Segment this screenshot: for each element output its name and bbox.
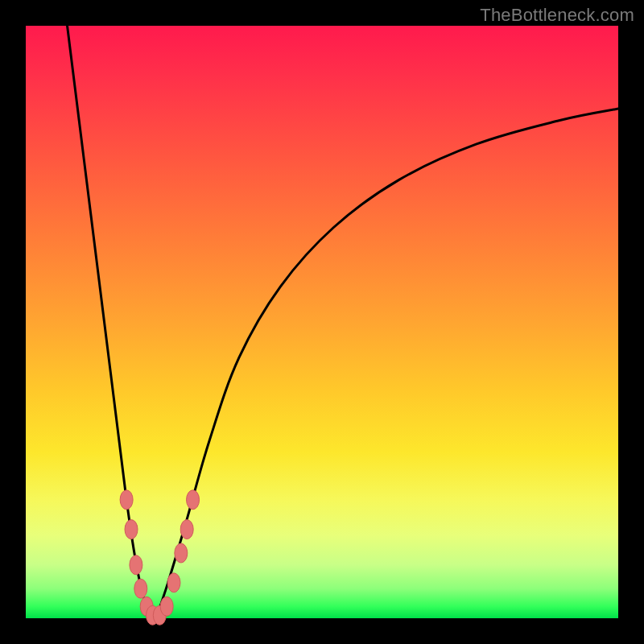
curve-layer xyxy=(68,26,618,618)
highlight-marker xyxy=(187,490,200,510)
chart-svg xyxy=(0,0,644,644)
highlight-marker xyxy=(134,579,147,598)
highlight-marker xyxy=(180,520,193,539)
highlight-marker xyxy=(120,490,133,510)
highlight-marker xyxy=(167,573,180,592)
chart-frame: TheBottleneck.com xyxy=(0,0,644,644)
highlight-marker xyxy=(125,520,138,539)
highlight-marker xyxy=(175,543,188,563)
highlight-marker xyxy=(160,597,173,616)
highlight-marker xyxy=(130,555,142,575)
curve-right-branch xyxy=(156,109,618,618)
curve-left-branch xyxy=(68,26,156,618)
